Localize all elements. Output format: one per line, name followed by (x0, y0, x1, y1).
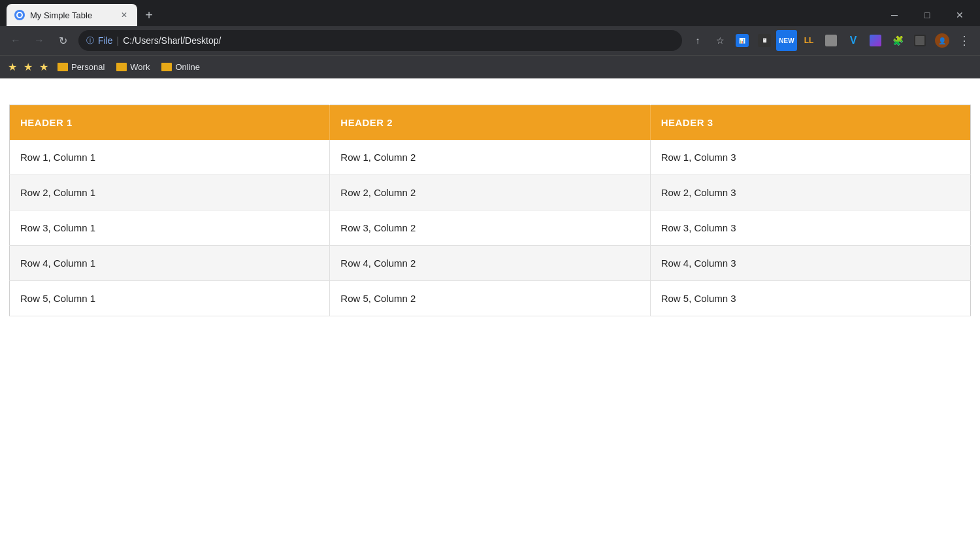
ext-icon-5[interactable] (821, 30, 841, 51)
table-cell-r1-c1: Row 1, Column 1 (10, 140, 330, 175)
ext-icon-7[interactable] (865, 30, 886, 51)
toolbar-actions: ↑ ☆ 📊 🖥 NEW LL V 🧩 (687, 30, 975, 51)
table-cell-r3-c2: Row 3, Column 2 (330, 210, 650, 246)
address-input[interactable]: ⓘ File | C:/Users/Sharl/Desktop/ (78, 30, 682, 51)
bookmark-star-1[interactable]: ★ (5, 61, 20, 73)
table-cell-r4-c3: Row 4, Column 3 (650, 246, 970, 281)
maximize-button[interactable]: □ (912, 4, 942, 26)
table-cell-r2-c2: Row 2, Column 2 (330, 175, 650, 210)
table-cell-r2-c1: Row 2, Column 1 (10, 175, 330, 210)
file-label: File (98, 35, 113, 46)
ext-icon-4[interactable]: LL (798, 30, 819, 51)
table-row: Row 5, Column 1Row 5, Column 2Row 5, Col… (10, 281, 971, 316)
bookmark-star-2[interactable]: ★ (21, 61, 35, 73)
table-cell-r1-c2: Row 1, Column 2 (330, 140, 650, 175)
table-row: Row 4, Column 1Row 4, Column 2Row 4, Col… (10, 246, 971, 281)
table-header-2: HEADER 2 (330, 105, 650, 141)
tab-title: My Simple Table (30, 10, 114, 20)
profile-icon[interactable]: 👤 (932, 30, 953, 51)
tab-bar: My Simple Table ✕ + ─ □ ✕ (0, 0, 980, 26)
table-cell-r3-c1: Row 3, Column 1 (10, 210, 330, 246)
active-tab[interactable]: My Simple Table ✕ (7, 4, 137, 26)
page-content: HEADER 1 HEADER 2 HEADER 3 Row 1, Column… (0, 78, 980, 534)
table-header-3: HEADER 3 (650, 105, 970, 141)
table-cell-r2-c3: Row 2, Column 3 (650, 175, 970, 210)
table-row: Row 1, Column 1Row 1, Column 2Row 1, Col… (10, 140, 971, 175)
ext-icon-6[interactable]: V (843, 30, 864, 51)
ext-icon-1[interactable]: 📊 (732, 30, 753, 51)
bookmark-icon[interactable]: ☆ (710, 30, 730, 51)
share-icon[interactable]: ↑ (687, 30, 708, 51)
ext-icon-8[interactable]: 🧩 (887, 30, 908, 51)
simple-table: HEADER 1 HEADER 2 HEADER 3 Row 1, Column… (9, 105, 971, 316)
table-cell-r5-c2: Row 5, Column 2 (330, 281, 650, 316)
bookmark-work[interactable]: Work (111, 59, 155, 75)
bookmark-work-label: Work (130, 62, 150, 72)
table-cell-r1-c3: Row 1, Column 3 (650, 140, 970, 175)
bookmarks-bar: ★ ★ ★ Personal Work Online (0, 55, 980, 78)
address-path: C:/Users/Sharl/Desktop/ (123, 35, 221, 46)
ext-icon-3[interactable]: NEW (776, 30, 797, 51)
tab-close-button[interactable]: ✕ (119, 10, 129, 20)
browser-chrome: My Simple Table ✕ + ─ □ ✕ ← → ↻ ⓘ File |… (0, 0, 980, 78)
close-button[interactable]: ✕ (945, 4, 975, 26)
tab-favicon (14, 10, 25, 20)
online-folder-icon (161, 63, 172, 71)
forward-button[interactable]: → (29, 30, 50, 51)
table-header-row: HEADER 1 HEADER 2 HEADER 3 (10, 105, 971, 141)
ext-icon-2[interactable]: 🖥 (754, 30, 775, 51)
bookmark-online-label: Online (175, 62, 200, 72)
bookmark-star-3[interactable]: ★ (37, 61, 51, 73)
table-row: Row 2, Column 1Row 2, Column 2Row 2, Col… (10, 175, 971, 210)
bookmark-online[interactable]: Online (156, 59, 205, 75)
table-cell-r4-c1: Row 4, Column 1 (10, 246, 330, 281)
reload-button[interactable]: ↻ (52, 30, 73, 51)
info-icon: ⓘ (86, 35, 94, 46)
table-cell-r4-c2: Row 4, Column 2 (330, 246, 650, 281)
menu-button[interactable]: ⋮ (954, 30, 975, 51)
personal-folder-icon (57, 63, 68, 71)
table-row: Row 3, Column 1Row 3, Column 2Row 3, Col… (10, 210, 971, 246)
table-cell-r3-c3: Row 3, Column 3 (650, 210, 970, 246)
table-cell-r5-c3: Row 5, Column 3 (650, 281, 970, 316)
address-separator: | (117, 35, 120, 46)
back-button[interactable]: ← (5, 30, 26, 51)
table-header-1: HEADER 1 (10, 105, 330, 141)
bookmark-personal-label: Personal (71, 62, 105, 72)
address-bar: ← → ↻ ⓘ File | C:/Users/Sharl/Desktop/ ↑… (0, 26, 980, 55)
new-tab-button[interactable]: + (140, 6, 158, 24)
bookmark-personal[interactable]: Personal (52, 59, 110, 75)
minimize-button[interactable]: ─ (879, 4, 909, 26)
ext-icon-9[interactable] (909, 30, 930, 51)
table-cell-r5-c1: Row 5, Column 1 (10, 281, 330, 316)
work-folder-icon (116, 63, 127, 71)
window-controls: ─ □ ✕ (879, 4, 980, 26)
